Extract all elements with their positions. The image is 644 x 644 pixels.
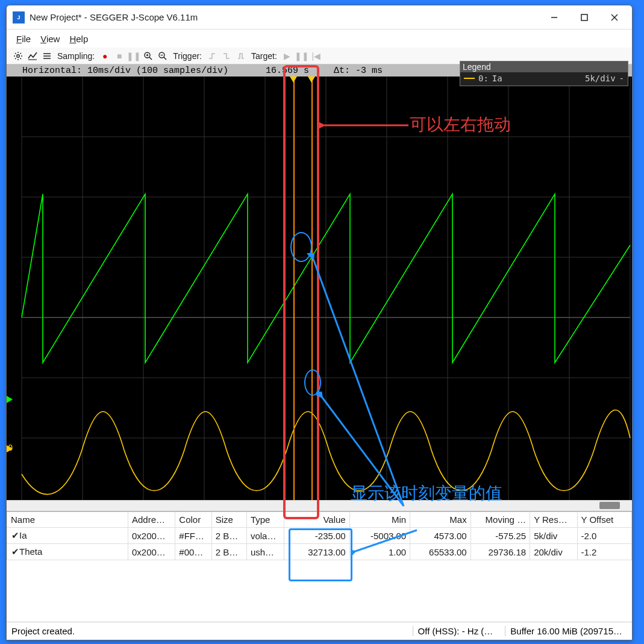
th-mavg[interactable]: Moving …: [470, 512, 530, 528]
legend-color-0: [464, 78, 475, 79]
scrollbar-thumb[interactable]: [599, 502, 620, 509]
target-pause-icon[interactable]: ❚❚: [296, 51, 307, 61]
maximize-button[interactable]: [569, 7, 599, 28]
svg-line-10: [20, 58, 22, 59]
stop-icon[interactable]: ■: [114, 51, 125, 61]
play-icon[interactable]: ▶: [282, 51, 293, 61]
th-yoff[interactable]: Y Offset: [577, 512, 631, 528]
check-icon[interactable]: ✔: [11, 546, 19, 557]
status-bar: Project created. Off (HSS): - Hz (… Buff…: [7, 622, 632, 640]
maximize-icon: [580, 13, 589, 22]
zero-label: 0: [8, 443, 13, 452]
svg-line-12: [20, 53, 22, 54]
annotation-drag-text: 可以左右拖动: [410, 113, 511, 136]
legend-box[interactable]: Legend 0: Ia 5k/div -: [460, 61, 628, 86]
trigger-label: Trigger:: [173, 51, 202, 61]
trigger-rise-icon[interactable]: [207, 51, 217, 61]
menu-view[interactable]: View: [40, 34, 60, 44]
th-name[interactable]: Name: [7, 512, 128, 528]
menu-bar: File View Help: [7, 30, 632, 48]
settings-icon[interactable]: [13, 51, 23, 61]
svg-line-9: [15, 53, 16, 54]
th-addr[interactable]: Addre…: [128, 512, 175, 528]
svg-line-11: [15, 58, 16, 59]
target-label: Target:: [251, 51, 277, 61]
chart-icon[interactable]: [27, 51, 38, 61]
menu-help[interactable]: Help: [69, 34, 88, 44]
close-icon: [610, 13, 619, 22]
minimize-button[interactable]: [539, 7, 569, 28]
window-title: New Project* - SEGGER J-Scope V6.11m: [30, 12, 198, 22]
annotation-value-box: [289, 528, 352, 581]
close-button[interactable]: [599, 7, 630, 28]
svg-line-46: [355, 530, 417, 551]
status-hss: Off (HSS): - Hz (…: [413, 626, 498, 636]
th-yres[interactable]: Y Res…: [530, 512, 577, 528]
title-bar[interactable]: J New Project* - SEGGER J-Scope V6.11m: [7, 5, 632, 30]
pause-icon[interactable]: ❚❚: [128, 51, 139, 61]
table-header-row: Name Addre… Color Size Type Value Min Ma…: [7, 512, 632, 528]
skip-back-icon[interactable]: |◀: [311, 51, 322, 61]
legend-title: Legend: [460, 61, 628, 72]
record-icon[interactable]: ●: [99, 51, 110, 61]
annotation-value-text: 显示该时刻变量的值: [351, 482, 502, 505]
annotation-arrow-blue-3: [351, 524, 423, 560]
legend-row-0: 0: Ia 5k/div -: [464, 73, 624, 83]
th-type[interactable]: Type: [246, 512, 284, 528]
list-icon[interactable]: [42, 51, 52, 61]
annotation-arrow-red: [319, 113, 410, 137]
minimize-icon: [550, 13, 558, 22]
svg-rect-1: [581, 14, 587, 20]
svg-line-18: [149, 57, 152, 60]
status-message: Project created.: [11, 626, 75, 636]
th-color[interactable]: Color: [175, 512, 211, 528]
trigger-both-icon[interactable]: [236, 51, 246, 61]
sampling-label: Sampling:: [57, 51, 95, 61]
zero-marker-theta[interactable]: [7, 396, 13, 403]
svg-line-22: [164, 57, 166, 60]
check-icon[interactable]: ✔: [11, 530, 19, 541]
trigger-fall-icon[interactable]: [221, 51, 232, 61]
zoom-in-icon[interactable]: [143, 51, 154, 61]
app-icon: J: [13, 11, 25, 23]
zoom-out-icon[interactable]: [157, 51, 168, 61]
th-size[interactable]: Size: [211, 512, 246, 528]
menu-file[interactable]: File: [16, 34, 31, 44]
svg-point-4: [17, 54, 19, 57]
status-buffer: Buffer 16.00 MiB (209715…: [505, 626, 627, 636]
